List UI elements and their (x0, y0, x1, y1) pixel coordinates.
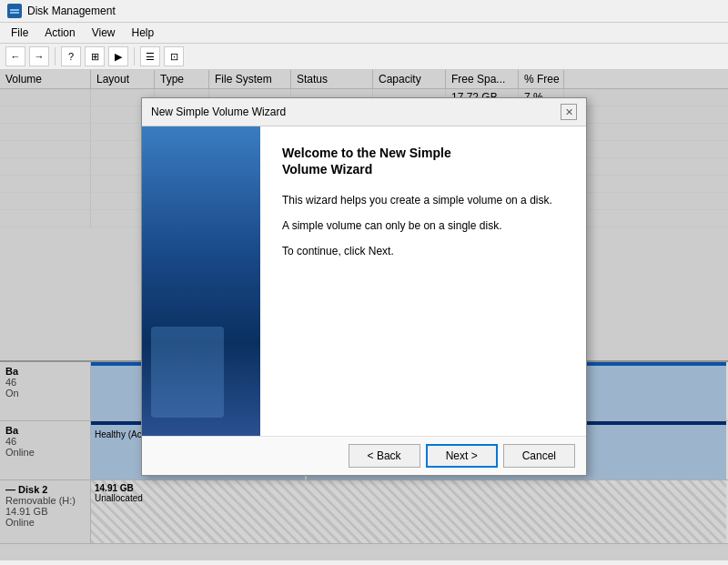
back-button[interactable]: < Back (349, 444, 420, 468)
modal-sidebar (142, 126, 260, 436)
modal-overlay: New Simple Volume Wizard ✕ Welcome to th… (0, 70, 728, 560)
svg-rect-1 (10, 9, 19, 11)
cancel-button[interactable]: Cancel (503, 444, 575, 468)
toolbar-separator-2 (134, 47, 135, 66)
modal-para-2: A simple volume can only be on a single … (282, 217, 564, 234)
toolbar-grid[interactable]: ⊞ (85, 46, 105, 66)
menu-action[interactable]: Action (37, 25, 82, 41)
next-button[interactable]: Next > (426, 444, 498, 468)
toolbar-play[interactable]: ▶ (108, 46, 128, 66)
menu-help[interactable]: Help (125, 25, 162, 41)
toolbar-help[interactable]: ? (61, 46, 81, 66)
title-bar: Disk Management (0, 0, 728, 23)
modal-title-bar: New Simple Volume Wizard ✕ (142, 98, 586, 126)
toolbar: ← → ? ⊞ ▶ ☰ ⊡ (0, 44, 728, 70)
toolbar-forward[interactable]: → (29, 46, 49, 66)
menu-view[interactable]: View (85, 25, 123, 41)
main-content: Volume Layout Type File System Status Ca… (0, 70, 728, 560)
modal-content: Welcome to the New SimpleVolume Wizard T… (260, 126, 586, 436)
menu-bar: File Action View Help (0, 23, 728, 44)
new-simple-volume-wizard: New Simple Volume Wizard ✕ Welcome to th… (141, 97, 587, 476)
svg-rect-2 (10, 12, 19, 14)
modal-body: Welcome to the New SimpleVolume Wizard T… (142, 126, 586, 436)
toolbar-square[interactable]: ⊡ (164, 46, 184, 66)
modal-heading: Welcome to the New SimpleVolume Wizard (282, 145, 564, 177)
toolbar-separator-1 (55, 47, 56, 66)
menu-file[interactable]: File (4, 25, 35, 41)
app-title: Disk Management (27, 5, 116, 17)
modal-para-1: This wizard helps you create a simple vo… (282, 192, 564, 208)
toolbar-menu[interactable]: ☰ (140, 46, 160, 66)
app-icon (7, 4, 22, 18)
modal-title: New Simple Volume Wizard (151, 106, 286, 118)
toolbar-back[interactable]: ← (5, 46, 25, 66)
modal-close-button[interactable]: ✕ (561, 104, 577, 120)
modal-para-3: To continue, click Next. (282, 243, 564, 259)
modal-footer: < Back Next > Cancel (142, 436, 586, 475)
